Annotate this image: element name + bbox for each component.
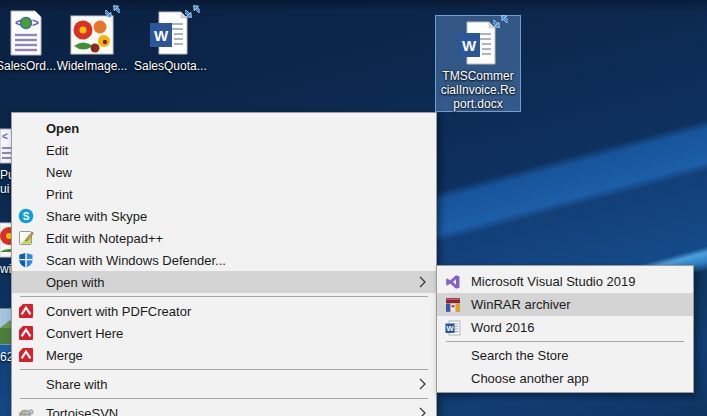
svg-text:S: S — [23, 211, 30, 222]
notepadpp-icon — [18, 230, 34, 246]
menu-item-choose-another-app[interactable]: Choose another app — [437, 367, 693, 390]
image-file-icon — [56, 8, 128, 56]
menu-item-label: Edit — [46, 143, 68, 158]
menu-item-label: Edit with Notepad++ — [46, 231, 163, 246]
desktop-icon-label: SalesOrd... — [0, 59, 62, 73]
open-with-submenu: Microsoft Visual Studio 2019WinRAR archi… — [436, 265, 694, 393]
menu-item-label: Search the Store — [471, 348, 569, 363]
menu-item-scan-with-windows-defender[interactable]: Scan with Windows Defender... — [12, 249, 436, 271]
skype-icon: S — [18, 208, 34, 224]
menu-separator — [20, 369, 428, 370]
menu-item-label: Scan with Windows Defender... — [46, 253, 226, 268]
edge-icon-fragment-document[interactable]: < — [0, 128, 11, 164]
pdfcreator-icon — [18, 325, 34, 341]
winrar-icon — [445, 297, 461, 313]
context-menu: OpenEditNewPrintSShare with SkypeEdit wi… — [11, 112, 437, 416]
desktop-icon-label: SalesQuota... — [134, 59, 206, 73]
menu-item-open[interactable]: Open — [12, 117, 436, 139]
desktop-icon-salesquota[interactable]: W SalesQuota... — [134, 8, 206, 73]
menu-separator — [20, 398, 428, 399]
edge-icon-fragment-photo[interactable] — [0, 308, 11, 345]
word-icon: W — [445, 320, 461, 336]
defender-icon — [18, 252, 34, 268]
menu-item-label: TortoiseSVN — [46, 406, 118, 416]
menu-item-microsoft-visual-studio-2019[interactable]: Microsoft Visual Studio 2019 — [437, 270, 693, 293]
menu-item-label: Word 2016 — [471, 320, 534, 335]
edge-icon-fragment-image[interactable] — [0, 222, 11, 258]
menu-item-search-the-store[interactable]: Search the Store — [437, 344, 693, 367]
menu-item-label: Share with Skype — [46, 209, 147, 224]
menu-item-share-with[interactable]: Share with — [12, 373, 436, 395]
menu-item-edit[interactable]: Edit — [12, 139, 436, 161]
menu-item-label: New — [46, 165, 72, 180]
submenu-arrow-icon — [419, 407, 426, 416]
menu-item-winrar-archiver[interactable]: WinRAR archiver — [437, 293, 693, 316]
svg-text:W: W — [154, 27, 169, 44]
menu-item-label: Merge — [46, 348, 83, 363]
svg-text:W: W — [446, 324, 454, 333]
word-document-icon: W — [436, 16, 520, 66]
menu-item-label: Convert with PDFCreator — [46, 304, 191, 319]
menu-separator — [20, 296, 428, 297]
pdfcreator-icon — [18, 303, 34, 319]
menu-item-label: Convert Here — [46, 326, 123, 341]
desktop-icon-wideimage[interactable]: WideImage... — [56, 8, 128, 73]
menu-item-edit-with-notepad[interactable]: Edit with Notepad++ — [12, 227, 436, 249]
compressed-file-icon — [105, 4, 120, 19]
menu-item-label: Open — [46, 121, 79, 136]
pdfcreator-icon — [18, 347, 34, 363]
menu-item-merge[interactable]: Merge — [12, 344, 436, 366]
menu-item-tortoisesvn[interactable]: TortoiseSVN — [12, 402, 436, 416]
svg-text:>: > — [32, 16, 39, 30]
compressed-file-icon — [493, 14, 508, 29]
menu-item-convert-here[interactable]: Convert Here — [12, 322, 436, 344]
tortoisesvn-icon — [18, 405, 34, 416]
menu-separator — [446, 341, 684, 342]
html-document-icon: < > — [0, 8, 62, 56]
menu-item-new[interactable]: New — [12, 161, 436, 183]
menu-item-label: Choose another app — [471, 371, 589, 386]
visual-studio-icon — [445, 274, 461, 290]
menu-item-label: Open with — [46, 275, 105, 290]
desktop-icon-label: TMSCommer cialInvoice.Re port.docx — [436, 69, 520, 111]
submenu-arrow-icon — [419, 378, 426, 390]
edge-icon-label: wi — [0, 262, 11, 276]
menu-item-convert-with-pdfcreator[interactable]: Convert with PDFCreator — [12, 300, 436, 322]
menu-item-label: Share with — [46, 377, 107, 392]
submenu-arrow-icon — [419, 276, 426, 288]
desktop-icon-salesord[interactable]: < > SalesOrd... — [0, 8, 62, 73]
desktop-icon-label: WideImage... — [56, 59, 128, 73]
menu-item-open-with[interactable]: Open with — [12, 271, 436, 293]
svg-text:W: W — [462, 37, 477, 54]
svg-text:<: < — [2, 131, 8, 142]
menu-item-print[interactable]: Print — [12, 183, 436, 205]
menu-item-word-2016[interactable]: WWord 2016 — [437, 316, 693, 339]
menu-item-label: Print — [46, 187, 73, 202]
compressed-file-icon — [185, 4, 200, 19]
desktop: { "desktop": { "icons": [ { "label": "Sa… — [0, 0, 707, 416]
word-document-icon: W — [134, 8, 206, 56]
menu-item-label: WinRAR archiver — [471, 297, 571, 312]
menu-item-share-with-skype[interactable]: SShare with Skype — [12, 205, 436, 227]
desktop-icon-tmscommercialinvoice[interactable]: W TMSCommer cialInvoice.Re port.docx — [435, 15, 521, 112]
menu-item-label: Microsoft Visual Studio 2019 — [471, 274, 636, 289]
